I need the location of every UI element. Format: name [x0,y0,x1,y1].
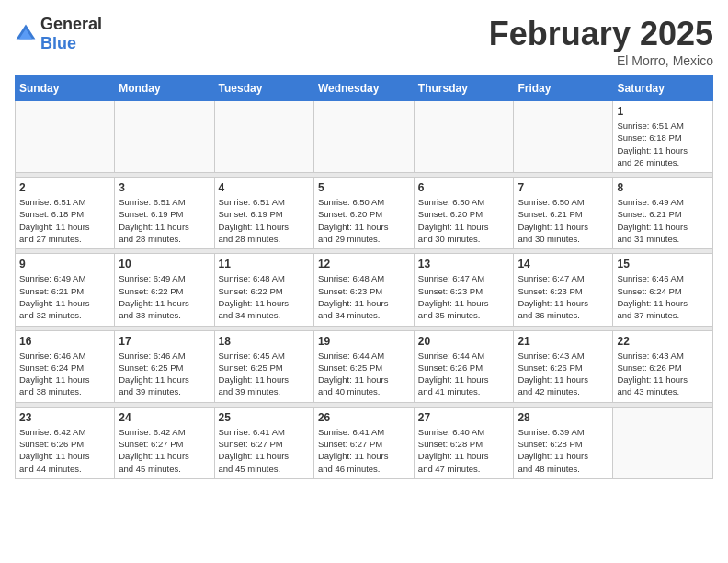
day-info: Sunrise: 6:46 AM Sunset: 6:25 PM Dayligh… [119,350,210,398]
calendar-cell: 10Sunrise: 6:49 AM Sunset: 6:22 PM Dayli… [115,254,214,326]
day-info: Sunrise: 6:47 AM Sunset: 6:23 PM Dayligh… [518,272,609,321]
calendar-cell: 24Sunrise: 6:42 AM Sunset: 6:27 PM Dayli… [115,407,214,478]
day-info: Sunrise: 6:45 AM Sunset: 6:25 PM Dayligh… [219,350,310,398]
logo-icon [15,23,37,45]
weekday-header-tuesday: Tuesday [214,76,313,101]
weekday-header-wednesday: Wednesday [313,76,414,101]
day-number: 13 [418,258,510,270]
calendar-cell: 13Sunrise: 6:47 AM Sunset: 6:23 PM Dayli… [414,254,514,326]
calendar-cell: 21Sunrise: 6:43 AM Sunset: 6:26 PM Dayli… [514,330,613,402]
calendar-cell: 8Sunrise: 6:49 AM Sunset: 6:21 PM Daylig… [613,178,713,249]
weekday-header-row: SundayMondayTuesdayWednesdayThursdayFrid… [16,76,713,101]
month-year-title: February 2025 [489,15,713,53]
calendar-cell: 20Sunrise: 6:44 AM Sunset: 6:26 PM Dayli… [414,330,514,402]
day-info: Sunrise: 6:46 AM Sunset: 6:24 PM Dayligh… [19,350,110,398]
weekday-header-monday: Monday [115,76,214,101]
day-info: Sunrise: 6:39 AM Sunset: 6:28 PM Dayligh… [518,426,609,475]
day-number: 7 [518,181,609,194]
day-number: 17 [119,335,210,348]
calendar-cell [16,101,115,173]
day-number: 20 [418,335,510,348]
day-number: 26 [318,411,410,424]
week-row-4: 23Sunrise: 6:42 AM Sunset: 6:26 PM Dayli… [16,407,713,478]
day-number: 5 [318,181,410,194]
calendar-cell: 6Sunrise: 6:50 AM Sunset: 6:20 PM Daylig… [414,178,514,249]
calendar-cell: 18Sunrise: 6:45 AM Sunset: 6:25 PM Dayli… [214,330,313,402]
calendar-table: SundayMondayTuesdayWednesdayThursdayFrid… [15,75,713,479]
day-number: 25 [219,411,310,424]
day-info: Sunrise: 6:51 AM Sunset: 6:19 PM Dayligh… [119,196,210,245]
week-row-1: 2Sunrise: 6:51 AM Sunset: 6:18 PM Daylig… [16,178,713,249]
day-info: Sunrise: 6:49 AM Sunset: 6:21 PM Dayligh… [19,272,110,321]
day-info: Sunrise: 6:43 AM Sunset: 6:26 PM Dayligh… [617,350,709,398]
day-info: Sunrise: 6:50 AM Sunset: 6:20 PM Dayligh… [318,196,410,245]
calendar-cell: 4Sunrise: 6:51 AM Sunset: 6:19 PM Daylig… [214,178,313,249]
day-info: Sunrise: 6:47 AM Sunset: 6:23 PM Dayligh… [418,272,510,321]
day-number: 11 [219,258,310,270]
title-block: February 2025 El Morro, Mexico [489,15,713,68]
day-number: 22 [617,335,709,348]
day-number: 28 [518,411,609,424]
day-info: Sunrise: 6:40 AM Sunset: 6:28 PM Dayligh… [418,426,510,475]
day-number: 19 [318,335,410,348]
day-info: Sunrise: 6:44 AM Sunset: 6:26 PM Dayligh… [418,350,510,398]
calendar-cell: 19Sunrise: 6:44 AM Sunset: 6:25 PM Dayli… [313,330,414,402]
day-number: 21 [518,335,609,348]
day-info: Sunrise: 6:41 AM Sunset: 6:27 PM Dayligh… [219,426,310,475]
day-number: 1 [617,105,709,118]
day-info: Sunrise: 6:51 AM Sunset: 6:18 PM Dayligh… [19,196,110,245]
day-info: Sunrise: 6:49 AM Sunset: 6:21 PM Dayligh… [617,196,709,245]
calendar-cell: 28Sunrise: 6:39 AM Sunset: 6:28 PM Dayli… [514,407,613,478]
page-header: General Blue February 2025 El Morro, Mex… [15,15,713,68]
week-row-2: 9Sunrise: 6:49 AM Sunset: 6:21 PM Daylig… [16,254,713,326]
day-number: 18 [219,335,310,348]
calendar-cell: 9Sunrise: 6:49 AM Sunset: 6:21 PM Daylig… [16,254,115,326]
calendar-cell: 25Sunrise: 6:41 AM Sunset: 6:27 PM Dayli… [214,407,313,478]
day-info: Sunrise: 6:48 AM Sunset: 6:23 PM Dayligh… [318,272,410,321]
calendar-cell: 17Sunrise: 6:46 AM Sunset: 6:25 PM Dayli… [115,330,214,402]
day-number: 16 [19,335,110,348]
day-number: 14 [518,258,609,270]
calendar-cell: 12Sunrise: 6:48 AM Sunset: 6:23 PM Dayli… [313,254,414,326]
day-info: Sunrise: 6:41 AM Sunset: 6:27 PM Dayligh… [318,426,410,475]
day-info: Sunrise: 6:51 AM Sunset: 6:18 PM Dayligh… [617,120,709,168]
weekday-header-thursday: Thursday [414,76,514,101]
day-number: 2 [19,181,110,194]
day-number: 4 [219,181,310,194]
calendar-cell: 11Sunrise: 6:48 AM Sunset: 6:22 PM Dayli… [214,254,313,326]
logo-blue-text: Blue [40,34,76,52]
day-number: 9 [19,258,110,270]
day-info: Sunrise: 6:44 AM Sunset: 6:25 PM Dayligh… [318,350,410,398]
day-info: Sunrise: 6:49 AM Sunset: 6:22 PM Dayligh… [119,272,210,321]
day-info: Sunrise: 6:46 AM Sunset: 6:24 PM Dayligh… [617,272,709,321]
day-number: 8 [617,181,709,194]
day-info: Sunrise: 6:42 AM Sunset: 6:26 PM Dayligh… [19,426,110,475]
calendar-cell: 22Sunrise: 6:43 AM Sunset: 6:26 PM Dayli… [613,330,713,402]
day-number: 12 [318,258,410,270]
calendar-cell: 16Sunrise: 6:46 AM Sunset: 6:24 PM Dayli… [16,330,115,402]
calendar-cell [414,101,514,173]
calendar-cell [214,101,313,173]
day-info: Sunrise: 6:48 AM Sunset: 6:22 PM Dayligh… [219,272,310,321]
day-number: 15 [617,258,709,270]
calendar-cell: 5Sunrise: 6:50 AM Sunset: 6:20 PM Daylig… [313,178,414,249]
calendar-cell: 7Sunrise: 6:50 AM Sunset: 6:21 PM Daylig… [514,178,613,249]
day-info: Sunrise: 6:50 AM Sunset: 6:21 PM Dayligh… [518,196,609,245]
day-number: 3 [119,181,210,194]
calendar-cell: 14Sunrise: 6:47 AM Sunset: 6:23 PM Dayli… [514,254,613,326]
calendar-cell [115,101,214,173]
calendar-cell: 26Sunrise: 6:41 AM Sunset: 6:27 PM Dayli… [313,407,414,478]
calendar-cell [313,101,414,173]
day-info: Sunrise: 6:51 AM Sunset: 6:19 PM Dayligh… [219,196,310,245]
calendar-cell: 23Sunrise: 6:42 AM Sunset: 6:26 PM Dayli… [16,407,115,478]
day-number: 10 [119,258,210,270]
day-number: 23 [19,411,110,424]
logo-general-text: General [40,15,102,33]
calendar-cell: 3Sunrise: 6:51 AM Sunset: 6:19 PM Daylig… [115,178,214,249]
week-row-0: 1Sunrise: 6:51 AM Sunset: 6:18 PM Daylig… [16,101,713,173]
calendar-cell: 1Sunrise: 6:51 AM Sunset: 6:18 PM Daylig… [613,101,713,173]
weekday-header-saturday: Saturday [613,76,713,101]
day-info: Sunrise: 6:42 AM Sunset: 6:27 PM Dayligh… [119,426,210,475]
location-subtitle: El Morro, Mexico [489,53,713,68]
weekday-header-sunday: Sunday [16,76,115,101]
